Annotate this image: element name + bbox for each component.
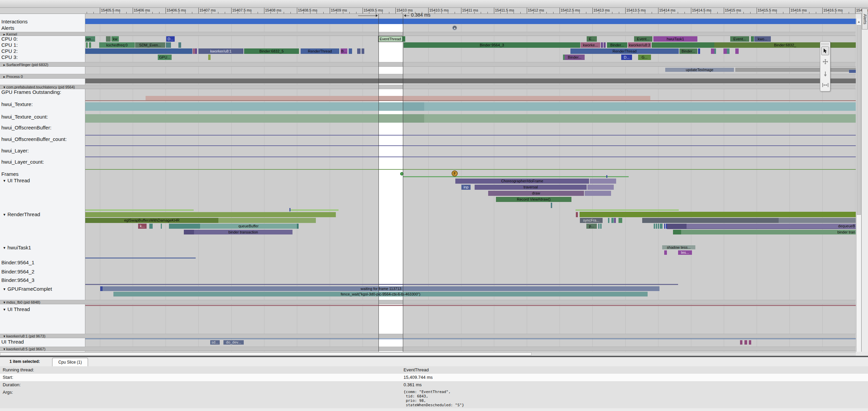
trace-slice[interactable] (85, 79, 856, 83)
trace-slice[interactable]: p... (586, 224, 597, 229)
trace-slice[interactable] (349, 48, 352, 54)
trace-slice[interactable] (667, 224, 687, 229)
trace-slice[interactable] (85, 48, 192, 54)
trace-slice[interactable] (698, 48, 700, 54)
trace-slice[interactable] (598, 224, 600, 229)
selection-start-marker[interactable] (378, 14, 379, 352)
trace-slice[interactable]: Record View#draw() (496, 197, 571, 202)
trace-slice[interactable]: Binder... (607, 42, 627, 48)
zoom-tool-button[interactable] (821, 70, 829, 79)
trace-slice[interactable] (654, 224, 655, 229)
trace-slice[interactable] (660, 224, 663, 229)
trace-slice[interactable] (218, 218, 316, 223)
sidebar-track-label[interactable]: ▼GPUFrameComplet (3, 286, 52, 292)
sidebar-track-label[interactable]: ▼UI Thread (3, 306, 30, 312)
section-header[interactable]: ▸ SurfaceFlinger (pid 6832) (0, 62, 856, 67)
trace-slice[interactable]: Binder:6832_ (714, 42, 856, 48)
trace-slice[interactable]: dequeueB (687, 224, 856, 229)
tab-cpu-slice[interactable]: Cpu Slice (1) (52, 358, 88, 366)
trace-slice[interactable] (357, 48, 361, 54)
trace-slice[interactable] (608, 218, 609, 223)
horizontal-scrollbar-thumb[interactable] (0, 352, 531, 355)
trace-slice[interactable]: Choreographer#doFrame (455, 179, 589, 184)
section-header[interactable]: ▾ mdss_fb0 (pid 6848) (0, 300, 856, 304)
section-header[interactable]: ▾ kworker/u8:1 (pid 9673) (0, 334, 856, 338)
trace-slice[interactable] (723, 48, 727, 54)
section-header[interactable]: ▸ Process 0 (0, 74, 856, 79)
trace-slice[interactable]: draw (488, 191, 584, 196)
trace-slice[interactable]: Binder:9564_3 (404, 42, 580, 48)
trace-slice[interactable] (604, 42, 606, 48)
trace-slice[interactable]: kw (111, 36, 119, 42)
trace-slice[interactable] (614, 218, 616, 223)
trace-slice[interactable]: Event... (634, 36, 652, 42)
collapse-triangle-icon[interactable]: ▼ (3, 308, 6, 311)
trace-slice[interactable]: inp (461, 185, 471, 190)
trace-slice[interactable] (86, 42, 88, 48)
collapse-triangle-icon[interactable]: ▼ (3, 213, 6, 217)
trace-slice[interactable] (751, 36, 754, 42)
trace-slice[interactable] (184, 230, 194, 234)
trace-slice[interactable] (600, 224, 602, 229)
trace-slice[interactable] (664, 250, 667, 255)
trace-slice[interactable] (178, 42, 181, 48)
trace-slice[interactable] (727, 48, 730, 54)
pan-tool-button[interactable] (821, 57, 829, 66)
timing-tool-button[interactable] (821, 81, 829, 89)
trace-slice[interactable] (166, 42, 171, 48)
trace-slice[interactable] (161, 224, 162, 229)
trace-slice[interactable]: Binder:6832_5 (244, 48, 299, 54)
collapse-triangle-icon[interactable]: ▼ (3, 246, 6, 250)
trace-slice[interactable]: GPU... (158, 55, 172, 60)
trace-slice[interactable]: queueBuffer (200, 224, 297, 229)
trace-slice[interactable]: traversal (475, 185, 587, 190)
trace-slice[interactable]: k... (138, 224, 147, 229)
trace-slice[interactable]: do_dev... (223, 340, 244, 345)
trace-slice[interactable]: binder transaction (194, 230, 292, 234)
vertical-scrollbar-thumb[interactable] (857, 25, 861, 215)
trace-slice[interactable]: B... (341, 48, 347, 54)
trace-slice[interactable] (744, 340, 747, 345)
section-header[interactable]: ▾ com.prefabulated.touchlatency (pid 956… (0, 85, 856, 89)
alerts-side-tab[interactable]: Alerts (862, 8, 868, 29)
trace-slice[interactable] (85, 19, 856, 24)
alert-marker[interactable]: ▲ (452, 25, 457, 30)
trace-slice[interactable]: RenderThread (570, 48, 679, 54)
trace-slice[interactable]: D... (166, 36, 175, 42)
trace-slice[interactable] (749, 340, 751, 345)
trace-slice[interactable] (193, 48, 195, 54)
trace-slice[interactable] (601, 42, 603, 48)
selection-tool-button[interactable] (821, 46, 829, 55)
scroll-up-icon[interactable]: ▲ (857, 19, 861, 24)
section-header[interactable]: ▾ kworker/u8:5 (pid 9667) (0, 347, 856, 351)
trace-slice[interactable] (297, 224, 299, 229)
trace-slice[interactable] (587, 185, 614, 190)
trace-slice[interactable] (714, 48, 716, 54)
trace-slice[interactable] (735, 68, 856, 72)
trace-slice[interactable] (658, 224, 659, 229)
trace-slice[interactable] (735, 48, 739, 54)
trace-slice[interactable]: RenderThread (301, 48, 339, 54)
trace-slice[interactable]: eglSwapBuffersWithDamageKHR (85, 218, 218, 223)
trace-slice[interactable] (652, 42, 714, 48)
trace-slice[interactable] (106, 36, 111, 42)
trace-slice[interactable] (551, 203, 552, 208)
trace-slice[interactable]: kworker/u8:3 (628, 42, 651, 48)
trace-slice[interactable]: G... (638, 55, 651, 60)
collapse-triangle-icon[interactable]: ▼ (3, 287, 6, 291)
trace-slice[interactable] (590, 179, 616, 184)
trace-slice[interactable] (619, 218, 622, 223)
frame-marker[interactable]: F (452, 170, 458, 177)
trace-slice[interactable] (849, 70, 856, 73)
trace-slice[interactable]: sd... (210, 340, 220, 345)
sidebar-track-label[interactable]: ▼hwuiTask1 (3, 245, 31, 250)
trace-slice[interactable]: kschedfreq:0 (99, 42, 135, 48)
trace-slice[interactable] (100, 286, 103, 291)
trace-slice[interactable]: wo... (85, 36, 95, 42)
trace-slice[interactable] (656, 224, 657, 229)
sidebar-track-label[interactable]: ▼RenderThread (3, 211, 40, 217)
trace-slice[interactable] (208, 55, 211, 60)
collapse-triangle-icon[interactable]: ▼ (3, 179, 6, 183)
tool-palette-grip[interactable] (821, 43, 829, 45)
trace-slice[interactable]: Binder... (679, 48, 697, 54)
